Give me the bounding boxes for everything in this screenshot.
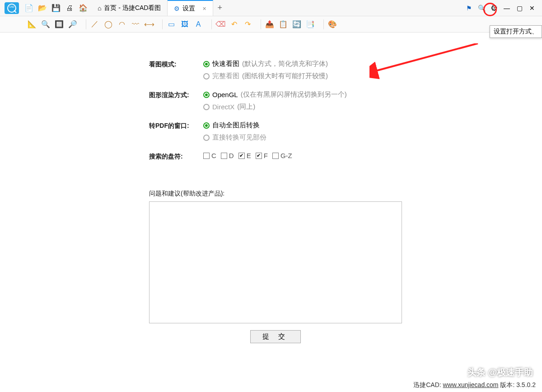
settings-gear-button[interactable]: ⚙ — [490, 4, 499, 13]
export-icon[interactable]: 📤 — [265, 19, 275, 29]
pdf-label: 转PDF的窗口: — [149, 121, 203, 130]
text-icon[interactable]: A — [193, 19, 203, 29]
zoom-in-icon[interactable]: 🔍 — [41, 19, 51, 29]
radio-full-view[interactable]: 完整看图 (图纸很大时有可能打开较慢) — [203, 72, 328, 80]
footer-link[interactable]: www.xunjiecad.com — [443, 381, 499, 388]
pdf-icon[interactable]: 📑 — [305, 19, 315, 29]
tab-home[interactable]: ⌂ 首页 - 迅捷CAD看图 — [91, 0, 168, 16]
row-view-mode: 看图模式: 快速看图 (默认方式，简化填充和字体) 完整看图 (图纸很大时有可能… — [149, 60, 542, 84]
view-mode-label: 看图模式: — [149, 60, 203, 69]
measure-icon[interactable]: 📐 — [27, 19, 37, 29]
gear-icon: ⚙ — [174, 5, 180, 12]
minimize-button[interactable]: — — [502, 4, 511, 13]
zoom-extents-icon[interactable]: 🔎 — [68, 19, 78, 29]
radio-directx[interactable]: DirectX (同上) — [203, 103, 347, 111]
drives-label: 搜索的盘符: — [149, 152, 203, 161]
home-icon[interactable]: 🏠 — [79, 4, 88, 13]
line-icon[interactable]: ／ — [90, 19, 100, 29]
toolbar: 📐 🔍 🔲 🔎 ／ ◯ ◠ 〰 ⟷ ▭ 🖼 A ⌫ ↶ ↷ 📤 📋 🔄 📑 🎨 — [0, 16, 542, 33]
settings-panel: 看图模式: 快速看图 (默认方式，简化填充和字体) 完整看图 (图纸很大时有可能… — [0, 33, 542, 343]
new-tab-button[interactable]: + — [213, 0, 227, 16]
radio-fast-view[interactable]: 快速看图 (默认方式，简化填充和字体) — [203, 60, 328, 68]
check-c[interactable]: C — [203, 152, 216, 159]
print-icon[interactable]: 🖨 — [65, 4, 74, 13]
redo-icon[interactable]: ↷ — [243, 19, 252, 29]
zoom-out-icon[interactable]: 🔍 — [477, 4, 486, 13]
row-render: 图形渲染方式: OpenGL (仅在有黑屏闪屏情况切换到另一个) DirectX… — [149, 90, 542, 115]
folder-open-icon[interactable]: 📂 — [38, 4, 47, 13]
erase-icon[interactable]: ⌫ — [215, 19, 225, 29]
color-wheel-icon[interactable]: 🎨 — [327, 19, 337, 29]
check-d[interactable]: D — [221, 152, 234, 159]
pan-icon[interactable]: ▭ — [166, 19, 176, 29]
convert-icon[interactable]: 🔄 — [292, 19, 302, 29]
dimension-icon[interactable]: ⟷ — [144, 19, 154, 29]
radio-pdf-visible[interactable]: 直接转换可见部份 — [203, 133, 266, 142]
close-window-button[interactable]: ✕ — [528, 4, 537, 13]
footer: 迅捷CAD: www.xunjiecad.com 版本: 3.5.0.2 — [413, 381, 536, 389]
radio-pdf-auto[interactable]: 自动全图后转换 — [203, 121, 266, 130]
image-icon[interactable]: 🖼 — [180, 19, 190, 29]
feedback-label: 问题和建议(帮助改进产品): — [149, 190, 542, 198]
tooltip: 设置打开方式、 — [490, 25, 542, 38]
feedback-textarea[interactable] — [149, 201, 402, 323]
submit-button[interactable]: 提 交 — [250, 330, 301, 343]
tab-label: 首页 - 迅捷CAD看图 — [104, 4, 161, 12]
arc-icon[interactable]: ◠ — [117, 19, 127, 29]
check-gz[interactable]: G-Z — [272, 152, 292, 159]
row-pdf: 转PDF的窗口: 自动全图后转换 直接转换可见部份 — [149, 121, 542, 145]
watermark: 头条 @极速手助 — [467, 366, 533, 378]
maximize-button[interactable]: ▢ — [515, 4, 524, 13]
zoom-window-icon[interactable]: 🔲 — [54, 19, 64, 29]
window-controls: ⚑ 🔍 ⚙ — ▢ ✕ — [461, 4, 540, 13]
clipboard-icon[interactable]: 📋 — [278, 19, 288, 29]
flag-icon[interactable]: ⚑ — [464, 4, 473, 13]
close-tab-icon[interactable]: × — [202, 5, 206, 12]
undo-icon[interactable]: ↶ — [229, 19, 239, 29]
render-label: 图形渲染方式: — [149, 90, 203, 99]
titlebar: CAD 📄 📂 💾 🖨 🏠 ⌂ 首页 - 迅捷CAD看图 ⚙ 设置 × + ⚑ … — [0, 0, 542, 16]
polyline-icon[interactable]: 〰 — [131, 19, 140, 29]
file-new-icon[interactable]: 📄 — [24, 4, 33, 13]
home-outline-icon: ⌂ — [98, 5, 101, 12]
tab-settings[interactable]: ⚙ 设置 × — [168, 0, 213, 16]
row-drives: 搜索的盘符: C D E F G-Z — [149, 152, 542, 161]
save-icon[interactable]: 💾 — [51, 4, 61, 13]
tab-bar: ⌂ 首页 - 迅捷CAD看图 ⚙ 设置 × + — [91, 0, 461, 16]
circle-icon[interactable]: ◯ — [103, 19, 113, 29]
radio-opengl[interactable]: OpenGL (仅在有黑屏闪屏情况切换到另一个) — [203, 90, 347, 99]
check-e[interactable]: E — [238, 152, 251, 159]
app-logo: CAD — [2, 1, 22, 15]
check-f[interactable]: F — [256, 152, 268, 159]
svg-text:CAD: CAD — [9, 5, 14, 8]
quick-icons: 📄 📂 💾 🖨 🏠 — [24, 4, 91, 13]
tab-label: 设置 — [182, 5, 195, 13]
